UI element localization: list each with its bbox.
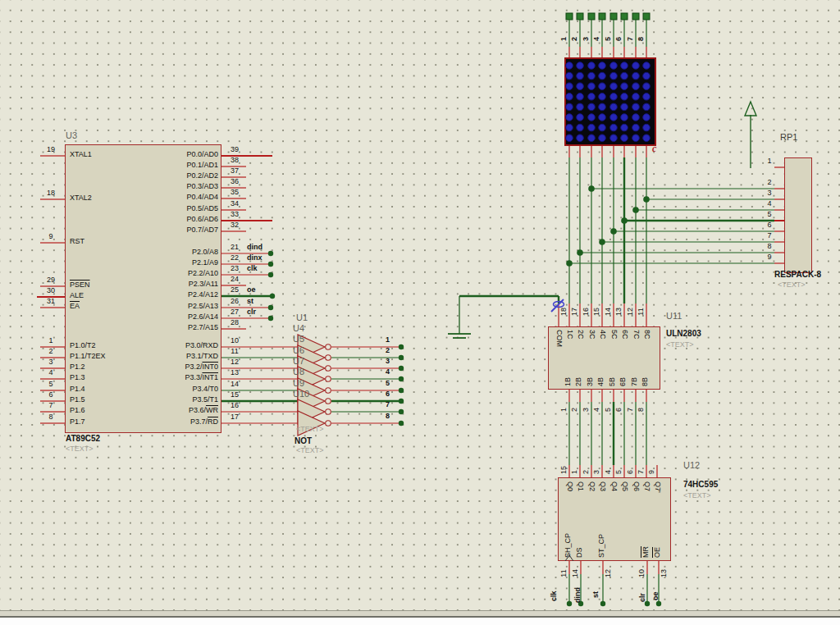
part-u11: ULN2803: [666, 329, 701, 338]
pin-label-vertical: 1B: [564, 377, 573, 386]
matrix-top-terminal[interactable]: [566, 13, 573, 20]
matrix-led-dot: [610, 124, 618, 131]
net-label: dinx: [247, 254, 262, 262]
junction-dot: [621, 217, 628, 224]
net-label: dind: [574, 587, 582, 603]
matrix-top-terminal[interactable]: [632, 13, 639, 20]
net-label: 8: [386, 413, 390, 421]
matrix-led-dot: [588, 83, 596, 90]
pin-label-vertical: 8B: [641, 377, 650, 386]
pin-number: 4: [605, 470, 613, 474]
pin-number: 34: [223, 200, 246, 208]
matrix-led-dot: [577, 114, 584, 121]
pin-number: 27: [223, 308, 246, 317]
pin-number: 3: [758, 189, 781, 198]
pin-number: 6: [758, 221, 781, 230]
wire-layer: [0, 0, 840, 625]
pin-label-vertical: 1C: [565, 330, 573, 340]
matrix-led-dot: [588, 62, 596, 70]
pin-label-vertical: ST_CP: [598, 534, 606, 558]
terminal-dot: [268, 272, 273, 277]
pin-label-vertical: 8C: [642, 330, 651, 340]
pin-number: 39: [223, 146, 246, 154]
matrix-led-dot: [643, 114, 651, 121]
pin-number: 11: [560, 562, 568, 585]
terminal-dot: [399, 366, 404, 371]
pin-number: 31: [39, 298, 62, 306]
matrix-top-terminal[interactable]: [599, 13, 605, 20]
pin-number: 38: [223, 157, 246, 165]
terminal-dot: [399, 399, 404, 404]
pin-number: 18: [560, 300, 568, 323]
matrix-led-dot: [621, 94, 628, 101]
pin-label: P2.6/A14: [131, 313, 218, 322]
part-gates: NOT: [294, 436, 312, 445]
junction-dot: [610, 228, 617, 235]
prop-u11: <TEXT>: [666, 341, 694, 349]
schematic-canvas[interactable]: U3 AT89C52 <TEXT> U1 <TEXT> NOT <TEXT> U…: [0, 0, 840, 625]
pin-number: 19: [39, 146, 62, 154]
matrix-led-dot: [621, 62, 628, 70]
pin-label: EA: [70, 303, 80, 311]
pin-number: 33: [223, 211, 246, 219]
pin-number: 32: [223, 221, 246, 230]
pin-label-vertical: 3C: [587, 330, 596, 340]
pin-label: P3.6/WR: [131, 407, 218, 415]
pin-number: 14: [605, 300, 613, 323]
matrix-led-dot: [588, 94, 596, 101]
pin-number: 1: [758, 157, 781, 166]
ref-gate: U9: [293, 378, 304, 388]
matrix-led-dot: [566, 114, 573, 121]
pin-number: 29: [39, 276, 62, 285]
gate-bubble: [326, 399, 331, 404]
matrix-led-dot: [621, 124, 628, 131]
matrix-led-dot: [566, 94, 573, 101]
pin-number: 11: [637, 300, 646, 323]
matrix-led-dot: [588, 124, 596, 131]
matrix-led-dot: [610, 114, 618, 121]
pin-label: P3.7/RD: [131, 418, 218, 427]
pin-label: ALE: [70, 292, 84, 300]
pin-number: 37: [223, 167, 246, 176]
pin-label: P2.4/A12: [131, 291, 218, 299]
pin-number: 8: [758, 243, 781, 251]
gate-bubble: [326, 366, 331, 372]
matrix-led-dot: [632, 83, 640, 90]
ref-u3: U3: [66, 130, 77, 140]
pin-label-vertical: 2C: [576, 330, 584, 340]
net-label: clr: [639, 593, 647, 602]
pin-label: P0.6/AD6: [131, 216, 218, 224]
pin-label: XTAL2: [70, 194, 92, 203]
pin-number: 13: [615, 300, 623, 323]
pin-number: 7: [627, 408, 635, 412]
pin-label: P1.3: [70, 374, 85, 382]
pin-label: P0.5/AD5: [131, 205, 218, 213]
pin-number: 11: [223, 348, 246, 356]
pin-number: 8: [39, 413, 62, 422]
pin-number: 3: [593, 470, 601, 474]
pin-label: P1.1/T2EX: [70, 353, 106, 361]
net-label: st: [247, 298, 253, 306]
matrix-top-terminal[interactable]: [643, 13, 650, 20]
net-label: st: [592, 591, 600, 598]
pin-number: 15: [560, 466, 568, 474]
pin-number: 8: [637, 408, 646, 412]
pin-number: 5: [615, 470, 623, 474]
matrix-led-dot: [610, 62, 618, 70]
pin-number: 16: [582, 300, 591, 323]
terminal-dot: [600, 601, 605, 606]
matrix-top-terminal[interactable]: [621, 13, 628, 20]
pin-number: 14: [572, 562, 580, 585]
matrix-led-dot: [632, 62, 640, 70]
pin-number: 2: [571, 408, 579, 412]
net-label: 3: [386, 358, 390, 366]
matrix-top-terminal[interactable]: [577, 13, 583, 20]
pin-label-vertical: COM: [555, 330, 563, 347]
pin-number: 26: [223, 298, 246, 306]
matrix-top-terminal[interactable]: [588, 13, 595, 20]
pin-number: 3: [582, 408, 591, 412]
ref-gate: U7: [293, 356, 304, 366]
net-label-matrix-top: 7: [627, 37, 635, 41]
matrix-top-terminal[interactable]: [610, 13, 617, 20]
pin-number: 10: [223, 337, 246, 345]
